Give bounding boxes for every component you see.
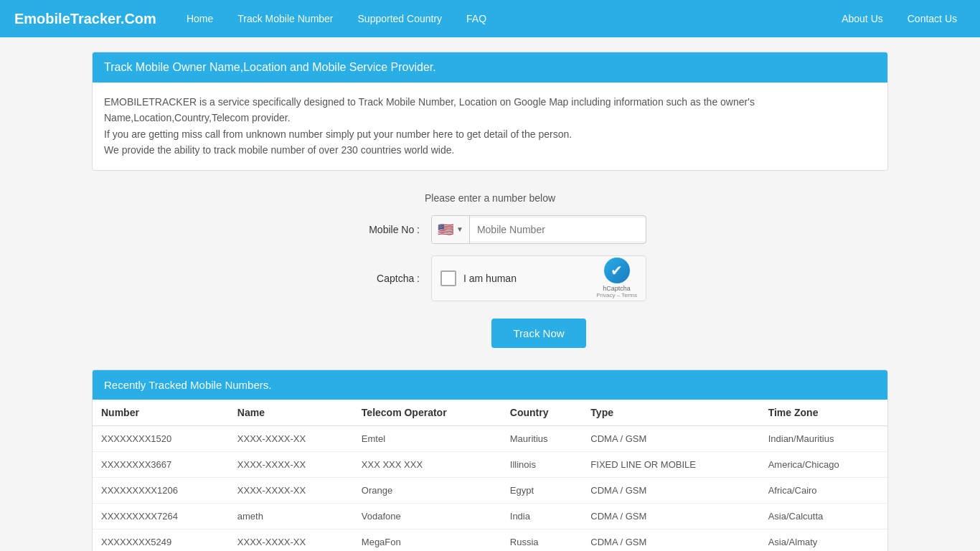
cell-country: Illinois <box>501 451 583 477</box>
table-row: XXXXXXXXX7264amethVodafoneIndiaCDMA / GS… <box>93 503 887 529</box>
cell-number: XXXXXXXX5249 <box>93 529 229 551</box>
cell-timezone: America/Chicago <box>760 451 887 477</box>
table-header-row: Number Name Telecom Operator Country Typ… <box>93 400 887 426</box>
cell-name: XXXX-XXXX-XX <box>229 477 353 503</box>
info-box: Track Mobile Owner Name,Location and Mob… <box>92 52 888 171</box>
col-type: Type <box>582 400 759 426</box>
col-telecom: Telecom Operator <box>353 400 501 426</box>
nav-about-us[interactable]: About Us <box>833 9 892 29</box>
recently-tracked-header: Recently Tracked Mobile Numbers. <box>93 370 887 400</box>
cell-type: CDMA / GSM <box>582 529 759 551</box>
table-row: XXXXXXXX1520XXXX-XXXX-XXEmtelMauritiusCD… <box>93 425 887 451</box>
nav-supported-country[interactable]: Supported Country <box>349 9 451 29</box>
cell-number: XXXXXXXX3667 <box>93 451 229 477</box>
cell-telecom: Emtel <box>353 425 501 451</box>
table-row: XXXXXXXXX1206XXXX-XXXX-XXOrangeEgyptCDMA… <box>93 477 887 503</box>
cell-telecom: Orange <box>353 477 501 503</box>
cell-number: XXXXXXXX1520 <box>93 425 229 451</box>
captcha-widget[interactable]: I am human ✔ hCaptcha Privacy – Terms <box>431 255 646 301</box>
mobile-form-group: Mobile No : 🇺🇸 ▼ <box>92 215 888 244</box>
captcha-left: I am human <box>440 270 517 286</box>
chevron-down-icon: ▼ <box>456 225 463 233</box>
captcha-brand: hCaptcha <box>596 285 637 293</box>
table-body: XXXXXXXX1520XXXX-XXXX-XXEmtelMauritiusCD… <box>93 425 887 551</box>
track-now-button[interactable]: Track Now <box>491 319 585 348</box>
cell-type: CDMA / GSM <box>582 477 759 503</box>
nav-faq[interactable]: FAQ <box>458 9 495 29</box>
nav-track-mobile[interactable]: Track Mobile Number <box>229 9 341 29</box>
captcha-right: ✔ hCaptcha Privacy – Terms <box>596 258 637 299</box>
captcha-logo-icon: ✔ <box>604 258 630 283</box>
cell-timezone: Indian/Mauritius <box>760 425 887 451</box>
cell-type: CDMA / GSM <box>582 503 759 529</box>
track-btn-container: Track Now <box>92 313 888 348</box>
brand-link[interactable]: EmobileTracker.Com <box>14 11 156 27</box>
cell-name: XXXX-XXXX-XX <box>229 529 353 551</box>
info-line-2: If you are getting miss call from unknow… <box>104 126 876 142</box>
info-line-1: EMOBILETRACKER is a service specifically… <box>104 94 876 126</box>
nav-links: Home Track Mobile Number Supported Count… <box>178 9 833 29</box>
flag-emoji: 🇺🇸 <box>438 222 453 237</box>
cell-name: ameth <box>229 503 353 529</box>
nav-right: About Us Contact Us <box>833 9 966 29</box>
cell-timezone: Africa/Cairo <box>760 477 887 503</box>
cell-name: XXXX-XXXX-XX <box>229 451 353 477</box>
captcha-links[interactable]: Privacy – Terms <box>596 292 637 298</box>
phone-input-wrapper: 🇺🇸 ▼ <box>431 215 646 244</box>
cell-country: Russia <box>501 529 583 551</box>
cell-country: Egypt <box>501 477 583 503</box>
captcha-form-group: Captcha : I am human ✔ hCaptcha Privacy … <box>92 255 888 301</box>
nav-home[interactable]: Home <box>178 9 222 29</box>
captcha-text: I am human <box>463 273 517 284</box>
tracked-table: Number Name Telecom Operator Country Typ… <box>93 400 887 551</box>
col-name: Name <box>229 400 353 426</box>
recently-tracked-box: Recently Tracked Mobile Numbers. Number … <box>92 369 888 551</box>
cell-telecom: Vodafone <box>353 503 501 529</box>
col-timezone: Time Zone <box>760 400 887 426</box>
main-content: Track Mobile Owner Name,Location and Mob… <box>81 52 899 551</box>
info-box-body: EMOBILETRACKER is a service specifically… <box>93 83 887 170</box>
flag-select[interactable]: 🇺🇸 ▼ <box>432 216 470 243</box>
cell-country: Mauritius <box>501 425 583 451</box>
table-row: XXXXXXXX5249XXXX-XXXX-XXMegaFonRussiaCDM… <box>93 529 887 551</box>
cell-type: CDMA / GSM <box>582 425 759 451</box>
table-row: XXXXXXXX3667XXXX-XXXX-XXXXX XXX XXXIllin… <box>93 451 887 477</box>
form-section: Please enter a number below Mobile No : … <box>92 192 888 348</box>
cell-number: XXXXXXXXX7264 <box>93 503 229 529</box>
info-box-header: Track Mobile Owner Name,Location and Mob… <box>93 52 887 83</box>
mobile-number-input[interactable] <box>470 218 646 241</box>
cell-number: XXXXXXXXX1206 <box>93 477 229 503</box>
form-prompt: Please enter a number below <box>92 192 888 204</box>
col-number: Number <box>93 400 229 426</box>
navbar: EmobileTracker.Com Home Track Mobile Num… <box>0 0 980 37</box>
mobile-label: Mobile No : <box>334 224 420 235</box>
captcha-checkbox[interactable] <box>440 270 456 286</box>
cell-telecom: MegaFon <box>353 529 501 551</box>
cell-name: XXXX-XXXX-XX <box>229 425 353 451</box>
nav-contact-us[interactable]: Contact Us <box>899 9 966 29</box>
table-head: Number Name Telecom Operator Country Typ… <box>93 400 887 426</box>
cell-telecom: XXX XXX XXX <box>353 451 501 477</box>
cell-country: India <box>501 503 583 529</box>
captcha-label: Captcha : <box>334 273 420 284</box>
cell-type: FIXED LINE OR MOBILE <box>582 451 759 477</box>
col-country: Country <box>501 400 583 426</box>
cell-timezone: Asia/Almaty <box>760 529 887 551</box>
cell-timezone: Asia/Calcutta <box>760 503 887 529</box>
info-line-3: We provide the ability to track mobile n… <box>104 142 876 158</box>
